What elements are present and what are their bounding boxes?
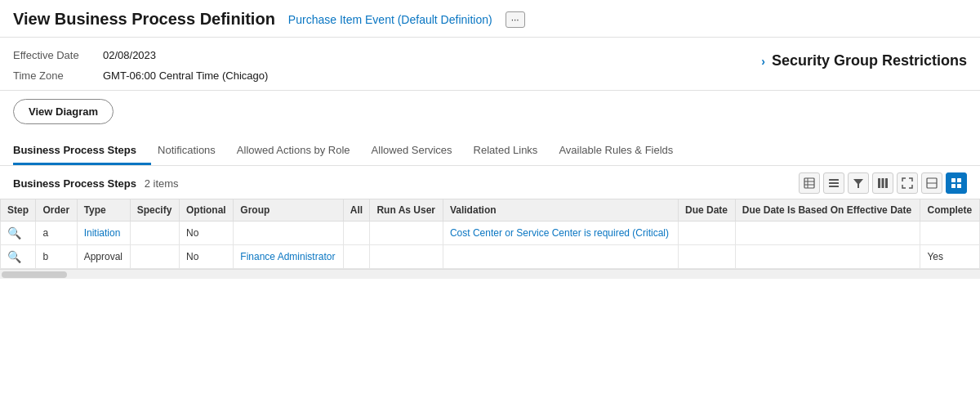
svg-rect-10 bbox=[885, 178, 888, 188]
table-count: 2 items bbox=[145, 177, 179, 190]
grid-multi-button[interactable] bbox=[946, 172, 967, 194]
manage-columns-button[interactable] bbox=[872, 172, 893, 194]
col-run-as-user: Run As User bbox=[370, 199, 443, 222]
col-all: All bbox=[343, 199, 370, 222]
table-title: Business Process Steps bbox=[13, 177, 136, 190]
filter-button[interactable] bbox=[848, 172, 869, 194]
col-due-date: Due Date bbox=[679, 199, 736, 222]
view-diagram-button[interactable]: View Diagram bbox=[13, 99, 114, 124]
cell-specify bbox=[130, 245, 179, 269]
cell-all bbox=[343, 222, 370, 245]
group-link[interactable]: Finance Administrator bbox=[240, 251, 335, 262]
time-zone-value: GMT-06:00 Central Time (Chicago) bbox=[103, 69, 268, 82]
cell-validation bbox=[443, 245, 678, 269]
table-row: 🔍aInitiationNoCost Center or Service Cen… bbox=[1, 222, 980, 245]
svg-marker-7 bbox=[853, 179, 863, 188]
more-options-button[interactable]: ··· bbox=[506, 11, 525, 28]
security-group-restrictions[interactable]: › Security Group Restrictions bbox=[761, 52, 967, 69]
svg-rect-5 bbox=[829, 182, 839, 184]
cell-order: b bbox=[36, 245, 77, 269]
info-left: Effective Date 02/08/2023 Time Zone GMT-… bbox=[13, 49, 268, 82]
expand-button[interactable] bbox=[897, 172, 918, 194]
svg-rect-4 bbox=[829, 179, 839, 181]
table-header-row: Step Order Type Specify Optional Group A… bbox=[1, 199, 980, 222]
security-group-label: Security Group Restrictions bbox=[772, 52, 967, 69]
grid-single-button[interactable] bbox=[921, 172, 942, 194]
scroll-thumb bbox=[2, 271, 67, 278]
export-excel-button[interactable] bbox=[799, 172, 820, 194]
table-header-row: Business Process Steps 2 items bbox=[0, 166, 980, 199]
effective-date-label: Effective Date bbox=[13, 49, 103, 61]
time-zone-label: Time Zone bbox=[13, 69, 103, 82]
cell-complete bbox=[920, 222, 980, 245]
cell-due-date bbox=[679, 245, 736, 269]
col-due-date-based: Due Date Is Based On Effective Date bbox=[735, 199, 920, 222]
cell-order: a bbox=[36, 222, 77, 245]
effective-date-row: Effective Date 02/08/2023 bbox=[13, 49, 268, 61]
tab-business-process-steps[interactable]: Business Process Steps bbox=[13, 136, 151, 165]
cell-due-date-based bbox=[735, 245, 920, 269]
process-subtitle[interactable]: Purchase Item Event (Default Definition) bbox=[288, 13, 492, 26]
horizontal-scrollbar[interactable] bbox=[0, 269, 980, 279]
svg-rect-6 bbox=[829, 186, 839, 187]
cell-type[interactable]: Initiation bbox=[77, 222, 130, 245]
tab-related-links[interactable]: Related Links bbox=[474, 136, 553, 165]
table-toolbar bbox=[799, 172, 967, 194]
table-title-area: Business Process Steps 2 items bbox=[13, 177, 179, 190]
svg-rect-8 bbox=[878, 178, 880, 188]
search-icon[interactable]: 🔍 bbox=[7, 226, 21, 240]
time-zone-row: Time Zone GMT-06:00 Central Time (Chicag… bbox=[13, 69, 268, 82]
cell-group bbox=[234, 222, 343, 245]
page-header: View Business Process Definition Purchas… bbox=[0, 0, 980, 38]
info-section: Effective Date 02/08/2023 Time Zone GMT-… bbox=[0, 38, 980, 91]
cell-due-date bbox=[679, 222, 736, 245]
tab-available-rules-fields[interactable]: Available Rules & Fields bbox=[559, 136, 688, 165]
business-process-steps-table: Step Order Type Specify Optional Group A… bbox=[0, 199, 980, 269]
cell-complete: Yes bbox=[920, 245, 980, 269]
col-specify: Specify bbox=[130, 199, 179, 222]
table-section: Business Process Steps 2 items bbox=[0, 166, 980, 279]
col-validation: Validation bbox=[443, 199, 678, 222]
cell-all bbox=[343, 245, 370, 269]
cell-group[interactable]: Finance Administrator bbox=[234, 245, 343, 269]
tab-allowed-actions-by-role[interactable]: Allowed Actions by Role bbox=[237, 136, 365, 165]
validation-link[interactable]: Cost Center or Service Center is require… bbox=[450, 227, 669, 239]
cell-optional: No bbox=[179, 222, 233, 245]
cell-optional: No bbox=[179, 245, 233, 269]
tabs-bar: Business Process Steps Notifications All… bbox=[0, 136, 980, 166]
svg-rect-16 bbox=[957, 184, 961, 188]
page-title: View Business Process Definition bbox=[13, 10, 275, 29]
cell-specify bbox=[130, 222, 179, 245]
cell-run-as-user bbox=[370, 222, 443, 245]
col-optional: Optional bbox=[179, 199, 233, 222]
chevron-right-icon: › bbox=[761, 55, 765, 68]
col-type: Type bbox=[77, 199, 130, 222]
tab-notifications[interactable]: Notifications bbox=[158, 136, 230, 165]
view-list-button[interactable] bbox=[823, 172, 844, 194]
type-link[interactable]: Initiation bbox=[84, 227, 121, 239]
col-step: Step bbox=[1, 199, 36, 222]
svg-rect-13 bbox=[951, 178, 956, 182]
effective-date-value: 02/08/2023 bbox=[103, 49, 156, 61]
cell-validation[interactable]: Cost Center or Service Center is require… bbox=[443, 222, 678, 245]
svg-rect-14 bbox=[957, 178, 961, 182]
table-row: 🔍bApprovalNoFinance AdministratorYes bbox=[1, 245, 980, 269]
search-icon[interactable]: 🔍 bbox=[7, 250, 21, 263]
tab-allowed-services[interactable]: Allowed Services bbox=[372, 136, 467, 165]
svg-rect-15 bbox=[951, 184, 956, 188]
svg-rect-9 bbox=[882, 178, 884, 188]
svg-rect-0 bbox=[804, 178, 814, 188]
col-group: Group bbox=[234, 199, 343, 222]
cell-due-date-based bbox=[735, 222, 920, 245]
cell-run-as-user bbox=[370, 245, 443, 269]
col-complete: Complete bbox=[920, 199, 980, 222]
col-order: Order bbox=[36, 199, 77, 222]
cell-step: 🔍 bbox=[1, 222, 36, 245]
cell-step: 🔍 bbox=[1, 245, 36, 269]
cell-type: Approval bbox=[77, 245, 130, 269]
